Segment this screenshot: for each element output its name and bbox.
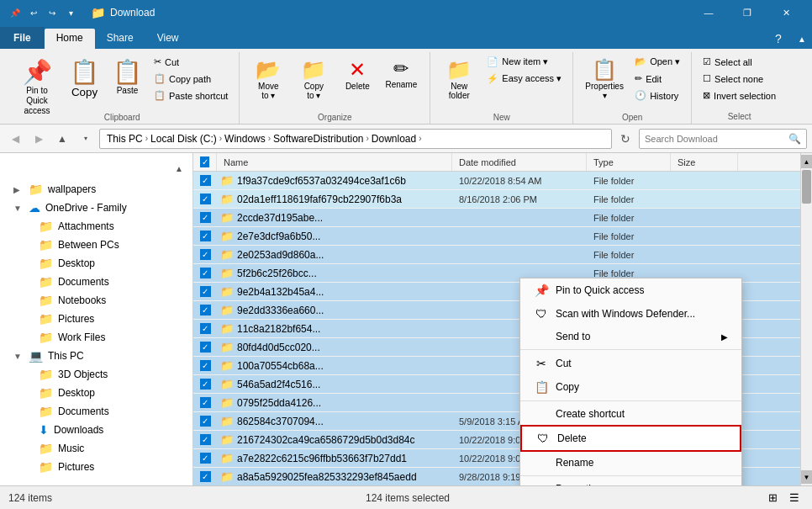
context-menu-item-sendto[interactable]: Send to ▶	[520, 326, 741, 347]
row-checkbox[interactable]: ✓	[200, 471, 211, 482]
sidebar-item-pictures-od[interactable]: 📁 Pictures	[0, 310, 192, 328]
header-check[interactable]: ✓	[193, 153, 217, 171]
path-localdisk[interactable]: Local Disk (C:)	[149, 133, 219, 145]
file-row[interactable]: ✓ 📁1f9a37cde9cf6537a032494ce3af1c6b 10/2…	[193, 172, 800, 190]
header-type[interactable]: Type	[587, 153, 671, 171]
pin-to-quickaccess-button[interactable]: 📌 Pin to Quickaccess	[12, 54, 62, 111]
quick-pin-btn[interactable]: 📌	[7, 4, 24, 21]
paste-shortcut-button[interactable]: 📋 Paste shortcut	[150, 87, 232, 103]
refresh-button[interactable]: ↻	[615, 129, 635, 149]
recent-locations-button[interactable]: ▾	[76, 129, 96, 149]
copy-to-button[interactable]: 📁 Copyto ▾	[292, 54, 335, 111]
move-to-button[interactable]: 📂 Moveto ▾	[246, 54, 290, 111]
sidebar-item-music[interactable]: 📁 Music	[0, 439, 192, 458]
history-button[interactable]: 🕐 History	[630, 87, 684, 103]
forward-button[interactable]: ▶	[29, 129, 49, 149]
tab-view[interactable]: View	[145, 29, 191, 49]
row-checkbox[interactable]: ✓	[200, 342, 211, 353]
tab-home[interactable]: Home	[45, 29, 95, 49]
scrollbar-track[interactable]: ▲ ▼	[800, 153, 812, 485]
header-size[interactable]: Size	[671, 153, 738, 171]
ribbon-help-btn[interactable]: ?	[768, 29, 788, 49]
context-menu-item-rename[interactable]: Rename	[520, 452, 741, 474]
properties-button[interactable]: 📋 Properties ▾	[580, 54, 629, 111]
row-checkbox[interactable]: ✓	[200, 268, 211, 278]
quick-redo-btn[interactable]: ↪	[44, 4, 61, 21]
row-checkbox[interactable]: ✓	[200, 249, 211, 260]
sidebar-item-desktop[interactable]: 📁 Desktop	[0, 384, 192, 402]
row-checkbox[interactable]: ✓	[200, 323, 211, 334]
sidebar-item-downloads[interactable]: ⬇ Downloads	[0, 421, 192, 439]
tab-share[interactable]: Share	[95, 29, 145, 49]
row-checkbox[interactable]: ✓	[200, 305, 211, 315]
cut-button[interactable]: ✂ Cut	[150, 54, 232, 70]
ribbon-collapse-btn[interactable]: ▲	[792, 29, 812, 49]
new-folder-button[interactable]: 📁 Newfolder	[437, 54, 481, 111]
file-row[interactable]: ✓ 📁2e0253ad9d860a... File folder	[193, 246, 800, 264]
select-all-button[interactable]: ☑ Select all	[699, 54, 780, 70]
sidebar-item-attachments[interactable]: 📁 Attachments	[0, 217, 192, 236]
tab-file[interactable]: File	[0, 27, 45, 49]
context-menu-item-properties[interactable]: Properties	[520, 478, 741, 485]
sidebar-item-onedrive[interactable]: ▼ ☁ OneDrive - Family	[0, 199, 192, 217]
sidebar-item-documents[interactable]: 📁 Documents	[0, 402, 192, 421]
sidebar-collapse-btn[interactable]: ▲	[169, 158, 189, 178]
details-view-btn[interactable]: ☰	[785, 489, 804, 507]
row-checkbox[interactable]: ✓	[200, 360, 211, 371]
search-input[interactable]	[645, 134, 788, 144]
invert-selection-button[interactable]: ⊠ Invert selection	[699, 87, 780, 103]
select-none-button[interactable]: ☐ Select none	[699, 71, 780, 87]
row-checkbox[interactable]: ✓	[200, 434, 211, 445]
row-checkbox[interactable]: ✓	[200, 175, 211, 186]
open-button[interactable]: 📂 Open ▾	[630, 54, 684, 70]
path-download[interactable]: Download	[370, 133, 418, 145]
row-checkbox[interactable]: ✓	[200, 194, 211, 204]
path-thispc[interactable]: This PC	[105, 133, 145, 145]
path-windows[interactable]: Windows	[223, 133, 267, 145]
sidebar-item-pictures[interactable]: 📁 Pictures	[0, 458, 192, 476]
new-item-button[interactable]: 📄 New item ▾	[482, 54, 566, 70]
context-menu-item-delete[interactable]: 🛡 Delete	[520, 425, 741, 452]
row-checkbox[interactable]: ✓	[200, 212, 211, 223]
file-row[interactable]: ✓ 📁02da1eff118619faf679cb22907f6b3a 8/16…	[193, 190, 800, 209]
row-checkbox[interactable]: ✓	[200, 286, 211, 297]
row-checkbox[interactable]: ✓	[200, 379, 211, 390]
select-all-checkbox[interactable]: ✓	[200, 156, 209, 167]
copy-path-button[interactable]: 📋 Copy path	[150, 71, 232, 87]
sidebar-item-documents-od[interactable]: 📁 Documents	[0, 273, 192, 291]
maximize-button[interactable]: ❐	[728, 0, 767, 25]
path-softwaredist[interactable]: SoftwareDistribution	[272, 133, 365, 145]
context-menu-item-cut[interactable]: ✂ Cut	[520, 352, 741, 375]
edit-button[interactable]: ✏ Edit	[630, 71, 684, 87]
context-menu-item-create-shortcut[interactable]: Create shortcut	[520, 403, 741, 425]
search-box[interactable]: 🔍	[639, 129, 807, 149]
context-menu-item-pin[interactable]: 📌 Pin to Quick access	[520, 278, 741, 302]
sidebar-item-notebooks[interactable]: 📁 Notebooks	[0, 291, 192, 310]
scroll-thumb[interactable]	[802, 170, 811, 204]
back-button[interactable]: ◀	[5, 129, 25, 149]
scroll-up-btn[interactable]: ▲	[801, 155, 812, 168]
file-row[interactable]: ✓ 📁2e7e3dcf9a6b50... File folder	[193, 227, 800, 246]
row-checkbox[interactable]: ✓	[200, 231, 211, 241]
row-checkbox[interactable]: ✓	[200, 397, 211, 408]
context-menu-item-scan[interactable]: 🛡 Scan with Windows Defender...	[520, 302, 741, 326]
quick-down-btn[interactable]: ▾	[62, 4, 79, 21]
up-button[interactable]: ▲	[52, 129, 72, 149]
row-checkbox[interactable]: ✓	[200, 453, 211, 464]
file-row[interactable]: ✓ 📁2ccde37d195abe... File folder	[193, 209, 800, 227]
easy-access-button[interactable]: ⚡ Easy access ▾	[482, 71, 566, 87]
sidebar-item-3d-objects[interactable]: 📁 3D Objects	[0, 365, 192, 384]
header-name[interactable]: Name	[217, 153, 452, 171]
scroll-down-btn[interactable]: ▼	[801, 470, 812, 484]
paste-button[interactable]: 📋 Paste	[107, 54, 148, 111]
copy-button[interactable]: 📋 Copy	[64, 54, 105, 111]
row-checkbox[interactable]: ✓	[200, 416, 211, 427]
context-menu-item-copy[interactable]: 📋 Copy	[520, 375, 741, 399]
close-button[interactable]: ✕	[767, 0, 805, 25]
quick-undo-btn[interactable]: ↩	[25, 4, 42, 21]
header-date[interactable]: Date modified	[452, 153, 587, 171]
minimize-button[interactable]: —	[689, 0, 728, 25]
sidebar-item-wallpapers[interactable]: ▶ 📁 wallpapers	[0, 180, 192, 199]
sidebar-item-between-pcs[interactable]: 📁 Between PCs	[0, 236, 192, 254]
sidebar-item-desktop-od[interactable]: 📁 Desktop	[0, 254, 192, 273]
